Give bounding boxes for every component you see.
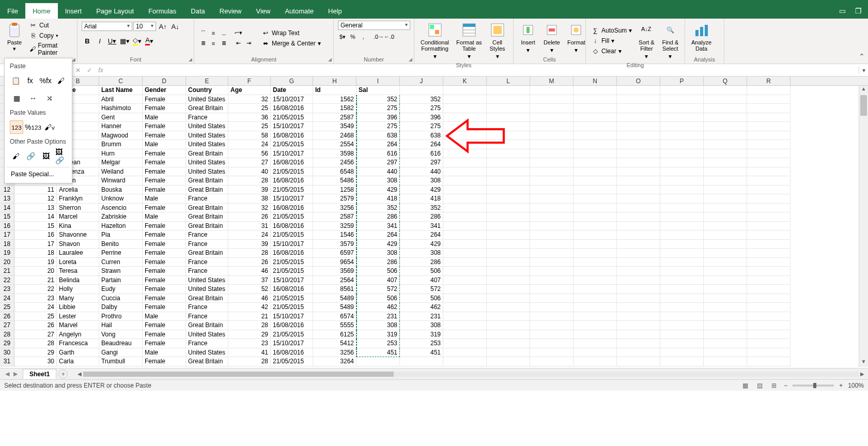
cell[interactable] [704, 186, 747, 195]
cell[interactable] [443, 194, 487, 204]
dialog-launcher-icon[interactable]: ◢ [409, 57, 412, 62]
cell[interactable]: 275 [357, 122, 400, 131]
column-header[interactable]: C [99, 76, 143, 85]
cell[interactable] [487, 249, 530, 258]
column-header[interactable]: I [357, 76, 400, 85]
cell[interactable] [574, 348, 617, 358]
cell[interactable]: 21 [14, 276, 57, 285]
underline-button[interactable]: U▾ [106, 35, 118, 47]
cell[interactable] [574, 258, 617, 267]
cell[interactable]: 506 [357, 267, 400, 276]
cell[interactable] [487, 122, 530, 131]
cell[interactable] [530, 167, 574, 177]
cell[interactable] [747, 204, 791, 213]
cell[interactable]: Female [143, 158, 186, 167]
cell[interactable]: 16/08/2016 [271, 158, 313, 167]
cell[interactable]: United States [186, 285, 228, 294]
cell[interactable] [704, 212, 747, 222]
cell[interactable] [747, 276, 791, 285]
cell[interactable]: 396 [357, 113, 400, 122]
paste-no-borders-icon[interactable]: ▦ [10, 91, 23, 105]
cell[interactable] [530, 240, 574, 249]
cell[interactable]: 16/08/2016 [271, 285, 313, 294]
accounting-format-icon[interactable]: $▾ [338, 32, 347, 41]
cell[interactable]: 28 [228, 176, 271, 186]
cell[interactable] [530, 312, 574, 321]
cell[interactable]: Great Britain [186, 357, 228, 366]
cell[interactable]: 253 [357, 339, 400, 348]
column-header[interactable]: N [574, 76, 617, 85]
cell[interactable] [487, 348, 530, 358]
row-header[interactable]: 15 [0, 212, 14, 222]
cell[interactable] [617, 240, 660, 249]
cell[interactable] [487, 149, 530, 159]
cell[interactable] [747, 122, 791, 131]
cell[interactable]: 21/05/2015 [271, 258, 313, 267]
paste-values-source-icon[interactable]: 🖌v [43, 120, 56, 134]
column-header[interactable]: J [400, 76, 443, 85]
scroll-left-icon[interactable]: ◀ [76, 371, 83, 377]
cell[interactable] [443, 104, 487, 113]
cell[interactable] [704, 176, 747, 186]
cell[interactable] [443, 158, 487, 167]
cell[interactable]: United States [186, 276, 228, 285]
cell[interactable]: Gender [143, 86, 186, 95]
cell[interactable]: 418 [357, 194, 400, 204]
cell-styles-button[interactable]: Cell Styles▾ [487, 21, 508, 61]
cell[interactable]: Trumbull [99, 357, 143, 366]
cell[interactable]: Marcel [57, 212, 99, 222]
cell[interactable] [574, 122, 617, 131]
cell[interactable]: 3256 [313, 204, 357, 213]
cell[interactable]: 3569 [313, 267, 357, 276]
cell[interactable]: 264 [400, 140, 443, 149]
cell[interactable]: Partain [99, 276, 143, 285]
cell[interactable] [617, 222, 660, 231]
increase-decimal-icon[interactable]: .0→ [374, 32, 383, 41]
cell[interactable] [747, 194, 791, 204]
add-sheet-button[interactable]: + [58, 370, 68, 379]
cell[interactable] [617, 158, 660, 167]
cell[interactable]: Great Britain [186, 186, 228, 195]
cell[interactable] [487, 321, 530, 330]
cell[interactable] [617, 104, 660, 113]
cell[interactable]: 29 [228, 330, 271, 340]
cell[interactable] [660, 258, 704, 267]
cell[interactable] [487, 176, 530, 186]
cell[interactable]: 231 [400, 312, 443, 321]
cell[interactable] [747, 167, 791, 177]
cell[interactable]: Last Name [99, 86, 143, 95]
cell[interactable]: Winward [99, 176, 143, 186]
row-header[interactable]: 25 [0, 303, 14, 312]
decrease-font-icon[interactable]: A↓ [169, 21, 181, 32]
cell[interactable]: 16/08/2016 [271, 222, 313, 231]
cell[interactable] [617, 212, 660, 222]
paste-values-number-icon[interactable]: %123 [26, 120, 40, 134]
cell[interactable] [574, 312, 617, 321]
cell[interactable]: 27 [228, 158, 271, 167]
cell[interactable] [704, 194, 747, 204]
cell[interactable] [617, 95, 660, 104]
cell[interactable] [487, 294, 530, 303]
cell[interactable] [660, 240, 704, 249]
cell[interactable] [574, 176, 617, 186]
cell[interactable] [443, 339, 487, 348]
cell[interactable] [747, 86, 791, 95]
cell[interactable]: Sal [357, 86, 400, 95]
cell[interactable]: Lauralee [57, 249, 99, 258]
prev-sheet-icon[interactable]: ◀ [5, 371, 9, 377]
dialog-launcher-icon[interactable]: ◢ [72, 57, 75, 62]
cell[interactable] [400, 357, 443, 366]
cell[interactable] [487, 330, 530, 340]
cell[interactable]: United States [186, 122, 228, 131]
cell[interactable]: 21/05/2015 [271, 167, 313, 177]
cell[interactable]: Zabriskie [99, 212, 143, 222]
cell[interactable]: 16/08/2016 [271, 321, 313, 330]
cell[interactable]: 21/05/2015 [271, 230, 313, 240]
cell[interactable]: 5555 [313, 321, 357, 330]
cell[interactable] [443, 222, 487, 231]
menu-tab-help[interactable]: Help [321, 3, 349, 19]
cell[interactable] [617, 122, 660, 131]
cell[interactable] [443, 294, 487, 303]
cell[interactable]: 5486 [313, 176, 357, 186]
cell[interactable] [443, 95, 487, 104]
